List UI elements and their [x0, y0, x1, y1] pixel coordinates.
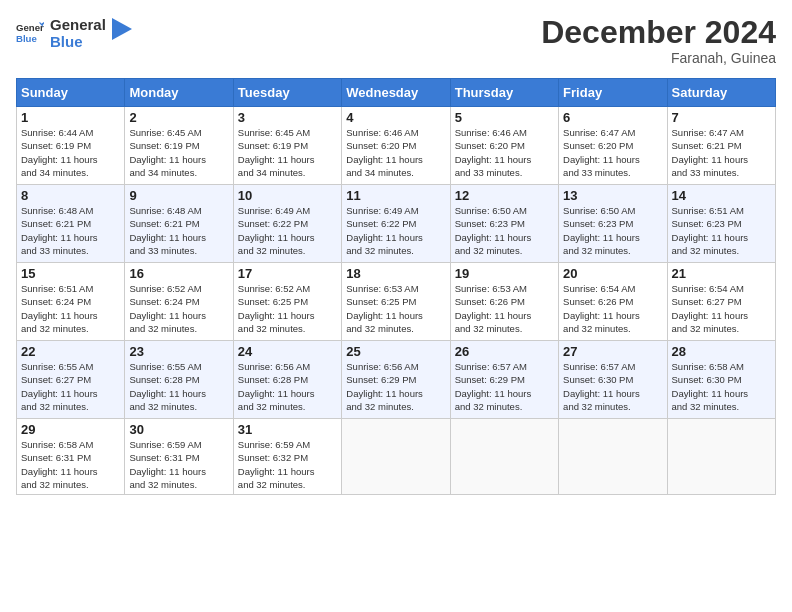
day-cell: 11Sunrise: 6:49 AMSunset: 6:22 PMDayligh… [342, 185, 450, 263]
day-info: Sunrise: 6:59 AMSunset: 6:31 PMDaylight:… [129, 438, 228, 491]
day-info: Sunrise: 6:50 AMSunset: 6:23 PMDaylight:… [455, 204, 554, 257]
svg-text:General: General [16, 23, 44, 34]
logo: General Blue General Blue [16, 16, 132, 51]
day-cell: 18Sunrise: 6:53 AMSunset: 6:25 PMDayligh… [342, 263, 450, 341]
day-info: Sunrise: 6:49 AMSunset: 6:22 PMDaylight:… [346, 204, 445, 257]
day-cell: 5Sunrise: 6:46 AMSunset: 6:20 PMDaylight… [450, 107, 558, 185]
week-row-5: 29Sunrise: 6:58 AMSunset: 6:31 PMDayligh… [17, 419, 776, 495]
day-info: Sunrise: 6:54 AMSunset: 6:26 PMDaylight:… [563, 282, 662, 335]
day-number: 22 [21, 344, 120, 359]
day-number: 1 [21, 110, 120, 125]
day-cell: 25Sunrise: 6:56 AMSunset: 6:29 PMDayligh… [342, 341, 450, 419]
day-info: Sunrise: 6:58 AMSunset: 6:31 PMDaylight:… [21, 438, 120, 491]
day-info: Sunrise: 6:50 AMSunset: 6:23 PMDaylight:… [563, 204, 662, 257]
calendar-table: Sunday Monday Tuesday Wednesday Thursday… [16, 78, 776, 495]
day-number: 13 [563, 188, 662, 203]
day-info: Sunrise: 6:47 AMSunset: 6:20 PMDaylight:… [563, 126, 662, 179]
day-info: Sunrise: 6:48 AMSunset: 6:21 PMDaylight:… [21, 204, 120, 257]
header-monday: Monday [125, 79, 233, 107]
day-cell: 31Sunrise: 6:59 AMSunset: 6:32 PMDayligh… [233, 419, 341, 495]
day-number: 7 [672, 110, 771, 125]
day-number: 23 [129, 344, 228, 359]
day-cell: 16Sunrise: 6:52 AMSunset: 6:24 PMDayligh… [125, 263, 233, 341]
day-number: 20 [563, 266, 662, 281]
day-cell: 13Sunrise: 6:50 AMSunset: 6:23 PMDayligh… [559, 185, 667, 263]
day-info: Sunrise: 6:56 AMSunset: 6:29 PMDaylight:… [346, 360, 445, 413]
day-cell: 30Sunrise: 6:59 AMSunset: 6:31 PMDayligh… [125, 419, 233, 495]
header-friday: Friday [559, 79, 667, 107]
header-wednesday: Wednesday [342, 79, 450, 107]
day-info: Sunrise: 6:57 AMSunset: 6:29 PMDaylight:… [455, 360, 554, 413]
day-cell: 15Sunrise: 6:51 AMSunset: 6:24 PMDayligh… [17, 263, 125, 341]
day-cell [342, 419, 450, 495]
week-row-3: 15Sunrise: 6:51 AMSunset: 6:24 PMDayligh… [17, 263, 776, 341]
location: Faranah, Guinea [541, 50, 776, 66]
day-number: 24 [238, 344, 337, 359]
day-cell: 21Sunrise: 6:54 AMSunset: 6:27 PMDayligh… [667, 263, 775, 341]
day-info: Sunrise: 6:54 AMSunset: 6:27 PMDaylight:… [672, 282, 771, 335]
day-number: 15 [21, 266, 120, 281]
header-tuesday: Tuesday [233, 79, 341, 107]
day-cell: 19Sunrise: 6:53 AMSunset: 6:26 PMDayligh… [450, 263, 558, 341]
day-number: 3 [238, 110, 337, 125]
day-number: 9 [129, 188, 228, 203]
day-cell: 29Sunrise: 6:58 AMSunset: 6:31 PMDayligh… [17, 419, 125, 495]
week-row-4: 22Sunrise: 6:55 AMSunset: 6:27 PMDayligh… [17, 341, 776, 419]
day-number: 27 [563, 344, 662, 359]
day-cell: 27Sunrise: 6:57 AMSunset: 6:30 PMDayligh… [559, 341, 667, 419]
day-info: Sunrise: 6:57 AMSunset: 6:30 PMDaylight:… [563, 360, 662, 413]
day-number: 25 [346, 344, 445, 359]
day-info: Sunrise: 6:46 AMSunset: 6:20 PMDaylight:… [346, 126, 445, 179]
day-number: 18 [346, 266, 445, 281]
day-info: Sunrise: 6:44 AMSunset: 6:19 PMDaylight:… [21, 126, 120, 179]
day-cell: 8Sunrise: 6:48 AMSunset: 6:21 PMDaylight… [17, 185, 125, 263]
day-info: Sunrise: 6:56 AMSunset: 6:28 PMDaylight:… [238, 360, 337, 413]
day-number: 8 [21, 188, 120, 203]
day-number: 12 [455, 188, 554, 203]
day-number: 30 [129, 422, 228, 437]
day-cell [667, 419, 775, 495]
logo-arrow-icon [112, 18, 132, 40]
header: General Blue General Blue December 2024 … [16, 16, 776, 66]
header-thursday: Thursday [450, 79, 558, 107]
day-cell [450, 419, 558, 495]
day-info: Sunrise: 6:45 AMSunset: 6:19 PMDaylight:… [238, 126, 337, 179]
day-cell: 2Sunrise: 6:45 AMSunset: 6:19 PMDaylight… [125, 107, 233, 185]
day-number: 29 [21, 422, 120, 437]
day-info: Sunrise: 6:51 AMSunset: 6:24 PMDaylight:… [21, 282, 120, 335]
day-cell: 4Sunrise: 6:46 AMSunset: 6:20 PMDaylight… [342, 107, 450, 185]
day-cell: 3Sunrise: 6:45 AMSunset: 6:19 PMDaylight… [233, 107, 341, 185]
day-info: Sunrise: 6:51 AMSunset: 6:23 PMDaylight:… [672, 204, 771, 257]
day-cell: 14Sunrise: 6:51 AMSunset: 6:23 PMDayligh… [667, 185, 775, 263]
day-info: Sunrise: 6:45 AMSunset: 6:19 PMDaylight:… [129, 126, 228, 179]
day-number: 11 [346, 188, 445, 203]
day-info: Sunrise: 6:53 AMSunset: 6:26 PMDaylight:… [455, 282, 554, 335]
day-number: 4 [346, 110, 445, 125]
weekday-header-row: Sunday Monday Tuesday Wednesday Thursday… [17, 79, 776, 107]
day-cell [559, 419, 667, 495]
day-cell: 26Sunrise: 6:57 AMSunset: 6:29 PMDayligh… [450, 341, 558, 419]
day-cell: 10Sunrise: 6:49 AMSunset: 6:22 PMDayligh… [233, 185, 341, 263]
svg-text:Blue: Blue [16, 33, 37, 44]
week-row-2: 8Sunrise: 6:48 AMSunset: 6:21 PMDaylight… [17, 185, 776, 263]
month-title: December 2024 [541, 16, 776, 48]
day-number: 26 [455, 344, 554, 359]
day-number: 10 [238, 188, 337, 203]
day-info: Sunrise: 6:59 AMSunset: 6:32 PMDaylight:… [238, 438, 337, 491]
day-info: Sunrise: 6:48 AMSunset: 6:21 PMDaylight:… [129, 204, 228, 257]
day-cell: 9Sunrise: 6:48 AMSunset: 6:21 PMDaylight… [125, 185, 233, 263]
day-number: 21 [672, 266, 771, 281]
day-info: Sunrise: 6:53 AMSunset: 6:25 PMDaylight:… [346, 282, 445, 335]
day-cell: 24Sunrise: 6:56 AMSunset: 6:28 PMDayligh… [233, 341, 341, 419]
header-saturday: Saturday [667, 79, 775, 107]
day-cell: 12Sunrise: 6:50 AMSunset: 6:23 PMDayligh… [450, 185, 558, 263]
logo-icon: General Blue [16, 19, 44, 47]
day-info: Sunrise: 6:49 AMSunset: 6:22 PMDaylight:… [238, 204, 337, 257]
day-number: 16 [129, 266, 228, 281]
day-cell: 22Sunrise: 6:55 AMSunset: 6:27 PMDayligh… [17, 341, 125, 419]
day-number: 5 [455, 110, 554, 125]
day-number: 2 [129, 110, 228, 125]
day-number: 31 [238, 422, 337, 437]
logo-text-general: General [50, 16, 106, 33]
day-cell: 1Sunrise: 6:44 AMSunset: 6:19 PMDaylight… [17, 107, 125, 185]
